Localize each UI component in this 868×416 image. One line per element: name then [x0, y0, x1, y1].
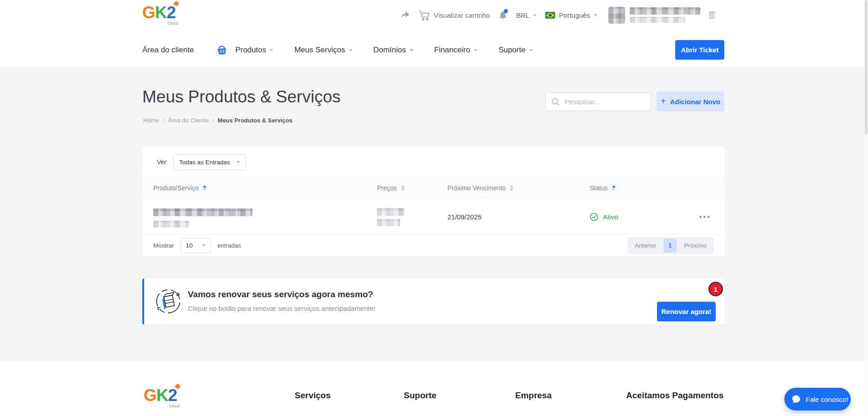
banner-title: Vamos renovar seus serviços agora mesmo?	[188, 289, 373, 299]
redacted-product-name	[153, 208, 252, 216]
redacted-product-domain	[153, 221, 189, 228]
logo-cloud-label: Cloud	[169, 404, 180, 408]
column-product-service[interactable]: Produto/Serviço	[153, 184, 377, 192]
nav-billing[interactable]: Financeiro	[434, 46, 477, 55]
chevron-down-icon	[533, 14, 537, 16]
next-due-date: 21/09/2025	[447, 213, 590, 221]
site-footer: GK2Cloud Serviços Suporte Empresa Aceita…	[0, 361, 868, 416]
nav-products[interactable]: Produtos	[235, 46, 273, 55]
check-circle-icon	[590, 213, 598, 221]
notifications-bell-icon[interactable]	[498, 10, 507, 20]
renew-book-icon	[155, 288, 181, 315]
pagination: Anterior 1 Próximo	[627, 237, 714, 254]
chat-bubble-icon	[791, 394, 802, 405]
search-input[interactable]	[565, 98, 655, 106]
utility-bar: Visualizar carrinho BRL Português	[400, 5, 716, 25]
redacted-billing-cycle	[377, 219, 400, 226]
column-next-due[interactable]: Próximo Vencimento	[447, 184, 590, 192]
scrollbar[interactable]	[864, 0, 868, 416]
sort-icon	[612, 185, 616, 191]
redacted-block	[709, 11, 716, 19]
page-title: Meus Produtos & Serviços	[142, 87, 341, 107]
chat-widget-button[interactable]: Fale conosco!	[784, 388, 851, 411]
brazil-flag-icon	[545, 12, 555, 19]
brand-logo[interactable]: GK2Cloud	[142, 4, 176, 21]
footer-heading-services: Serviços	[295, 391, 331, 401]
chevron-down-icon	[236, 161, 240, 163]
currency-dropdown[interactable]: BRL	[516, 11, 537, 19]
nav-my-services[interactable]: Meus Serviços	[294, 46, 352, 55]
scrollbar-thumb[interactable]	[865, 0, 868, 134]
nav-support[interactable]: Suporte	[498, 46, 533, 55]
page: GK2Cloud Visualizar carrinho BRL	[0, 0, 868, 416]
breadcrumb-current: Meus Produtos & Serviços	[218, 117, 293, 124]
table-row[interactable]: 21/09/2025 Ativo	[142, 199, 725, 234]
pagination-previous[interactable]: Anterior	[629, 238, 662, 253]
entries-label: entradas	[217, 242, 241, 249]
chevron-down-icon	[529, 49, 533, 51]
chevron-down-icon	[474, 49, 477, 51]
show-label: Mostrar	[153, 242, 174, 249]
column-status[interactable]: Status	[590, 184, 698, 192]
pagination-page-1[interactable]: 1	[663, 238, 677, 253]
add-new-button[interactable]: + Adicionar Novo	[657, 91, 724, 112]
share-icon[interactable]	[400, 10, 410, 20]
services-table-card: Ver Todas as Entradas Produto/Serviço Pr…	[142, 147, 725, 257]
view-cart-link[interactable]: Visualizar carrinho	[419, 10, 490, 20]
table-filter-row: Ver Todas as Entradas	[142, 147, 725, 178]
sort-icon	[203, 185, 206, 191]
search-icon	[551, 97, 560, 107]
table-footer: Mostrar 10 entradas Anterior 1 Próximo	[142, 234, 725, 257]
nav-client-area[interactable]: Área do cliente	[142, 46, 194, 55]
sort-icon	[510, 185, 513, 191]
banner-subtitle: Clique no botão para renovar seus serviç…	[188, 304, 376, 312]
open-ticket-button[interactable]: Abrir Ticket	[675, 40, 724, 60]
pagination-next[interactable]: Próximo	[678, 238, 712, 253]
main-navigation: Área do cliente Produtos Meus Serviços D…	[142, 40, 533, 60]
sort-icon	[401, 185, 405, 191]
logo-cloud-label: Cloud	[168, 21, 179, 25]
search-box	[545, 92, 651, 111]
chevron-down-icon	[410, 49, 413, 51]
basket-icon	[215, 43, 229, 57]
user-menu[interactable]	[608, 7, 716, 24]
status-badge: Ativo	[590, 213, 698, 221]
breadcrumb-home[interactable]: Home	[143, 117, 159, 124]
entries-filter-select[interactable]: Todas as Entradas	[173, 154, 246, 170]
redacted-user-name	[630, 7, 701, 15]
language-dropdown[interactable]: Português	[545, 11, 597, 19]
nav-domains[interactable]: Domínios	[373, 46, 413, 55]
chevron-down-icon	[202, 244, 206, 247]
table-header: Produto/Serviço Preços Próximo Venciment…	[142, 178, 725, 199]
site-header: GK2Cloud Visualizar carrinho BRL	[0, 0, 868, 67]
footer-heading-support: Suporte	[404, 391, 437, 401]
redacted-user-email	[630, 17, 685, 23]
breadcrumb: Home / Área do Cliente / Meus Produtos &…	[143, 117, 292, 124]
user-avatar	[608, 7, 625, 24]
renewal-banner: Vamos renovar seus serviços agora mesmo?…	[142, 279, 725, 325]
chevron-down-icon	[349, 49, 352, 51]
renew-now-button[interactable]: Renovar agora!	[657, 302, 716, 321]
plus-icon: +	[661, 96, 666, 107]
redacted-price	[377, 208, 405, 216]
view-label: Ver	[157, 158, 166, 166]
renewal-count-badge: 1	[708, 282, 723, 296]
page-size-select[interactable]: 10	[181, 238, 211, 253]
row-actions-menu[interactable]	[698, 216, 725, 218]
footer-heading-company: Empresa	[515, 391, 552, 401]
cart-icon	[419, 10, 430, 20]
chevron-down-icon	[594, 14, 597, 16]
breadcrumb-client-area[interactable]: Área do Cliente	[168, 117, 209, 124]
footer-heading-payments: Aceitamos Pagamentos	[626, 391, 723, 401]
footer-brand-logo[interactable]: GK2Cloud	[144, 387, 177, 404]
column-prices[interactable]: Preços	[377, 184, 447, 192]
chevron-down-icon	[270, 49, 273, 51]
